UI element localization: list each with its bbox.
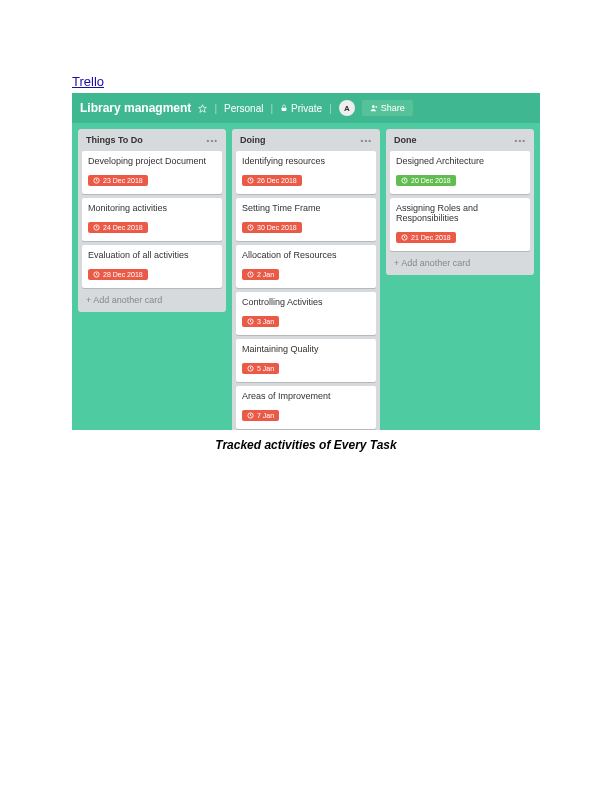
card[interactable]: Identifying resources26 Dec 2018 [236,151,376,194]
svg-rect-1 [282,108,287,111]
clock-icon [401,177,408,184]
due-date-text: 23 Dec 2018 [103,177,143,184]
due-date-text: 28 Dec 2018 [103,271,143,278]
card[interactable]: Areas of Improvement7 Jan [236,386,376,429]
due-date-badge[interactable]: 3 Jan [242,316,279,327]
due-date-badge[interactable]: 30 Dec 2018 [242,222,302,233]
due-date-badge[interactable]: 7 Jan [242,410,279,421]
star-icon[interactable] [198,104,207,113]
share-label: Share [381,103,405,113]
card[interactable]: Designed Architecture20 Dec 2018 [390,151,530,194]
person-add-icon [370,104,378,112]
due-date-badge[interactable]: 20 Dec 2018 [396,175,456,186]
due-date-badge[interactable]: 28 Dec 2018 [88,269,148,280]
separator: | [329,103,332,114]
card-title: Controlling Activities [242,297,370,307]
due-date-text: 20 Dec 2018 [411,177,451,184]
card[interactable]: Allocation of Resources2 Jan [236,245,376,288]
due-date-badge[interactable]: 21 Dec 2018 [396,232,456,243]
card-title: Identifying resources [242,156,370,166]
share-button[interactable]: Share [362,100,413,116]
clock-icon [247,412,254,419]
visibility-private[interactable]: Private [280,103,322,114]
card[interactable]: Monitoring activities24 Dec 2018 [82,198,222,241]
clock-icon [247,271,254,278]
due-date-text: 3 Jan [257,318,274,325]
card[interactable]: Setting Time Frame30 Dec 2018 [236,198,376,241]
clock-icon [247,224,254,231]
due-date-badge[interactable]: 23 Dec 2018 [88,175,148,186]
board-header: Library managment | Personal | Private |… [72,93,540,123]
card-title: Allocation of Resources [242,250,370,260]
due-date-badge[interactable]: 26 Dec 2018 [242,175,302,186]
avatar[interactable]: A [339,100,355,116]
card[interactable]: Assigning Roles and Responsibilities21 D… [390,198,530,251]
due-date-badge[interactable]: 24 Dec 2018 [88,222,148,233]
clock-icon [93,224,100,231]
separator: | [270,103,273,114]
list-menu-icon[interactable]: ••• [207,136,218,145]
card-title: Developing project Document [88,156,216,166]
visibility-personal[interactable]: Personal [224,103,263,114]
add-card-label: Add another card [93,295,162,305]
list-name[interactable]: Things To Do [86,135,143,145]
card[interactable]: Developing project Document23 Dec 2018 [82,151,222,194]
card-title: Evaluation of all activities [88,250,216,260]
trello-board: Library managment | Personal | Private |… [72,93,540,430]
list-header: Things To Do••• [82,133,222,147]
card[interactable]: Evaluation of all activities28 Dec 2018 [82,245,222,288]
due-date-badge[interactable]: 5 Jan [242,363,279,374]
clock-icon [93,271,100,278]
lists-container: Things To Do•••Developing project Docume… [72,123,540,430]
card[interactable]: Maintaining Quality5 Jan [236,339,376,382]
card-title: Maintaining Quality [242,344,370,354]
list: Done•••Designed Architecture20 Dec 2018A… [386,129,534,275]
add-card-button[interactable]: + Add another card [390,255,530,271]
card-title: Setting Time Frame [242,203,370,213]
list: Things To Do•••Developing project Docume… [78,129,226,312]
clock-icon [247,365,254,372]
due-date-text: 7 Jan [257,412,274,419]
due-date-text: 2 Jan [257,271,274,278]
list-menu-icon[interactable]: ••• [515,136,526,145]
due-date-text: 30 Dec 2018 [257,224,297,231]
add-card-label: Add another card [401,258,470,268]
trello-link[interactable]: Trello [72,74,104,89]
clock-icon [247,318,254,325]
list-menu-icon[interactable]: ••• [361,136,372,145]
card-title: Designed Architecture [396,156,524,166]
lock-icon [280,104,288,112]
svg-point-2 [372,105,375,108]
due-date-text: 5 Jan [257,365,274,372]
clock-icon [247,177,254,184]
due-date-text: 21 Dec 2018 [411,234,451,241]
due-date-text: 26 Dec 2018 [257,177,297,184]
private-label: Private [291,103,322,114]
card-title: Areas of Improvement [242,391,370,401]
separator: | [214,103,217,114]
board-name: Library managment [80,101,191,115]
list-header: Doing••• [236,133,376,147]
due-date-text: 24 Dec 2018 [103,224,143,231]
list: Doing•••Identifying resources26 Dec 2018… [232,129,380,430]
card-title: Monitoring activities [88,203,216,213]
list-name[interactable]: Done [394,135,417,145]
card[interactable]: Controlling Activities3 Jan [236,292,376,335]
clock-icon [93,177,100,184]
clock-icon [401,234,408,241]
card-title: Assigning Roles and Responsibilities [396,203,524,223]
add-card-button[interactable]: + Add another card [82,292,222,308]
list-header: Done••• [390,133,530,147]
due-date-badge[interactable]: 2 Jan [242,269,279,280]
svg-marker-0 [199,104,207,112]
figure-caption: Tracked activities of Every Task [72,438,540,452]
list-name[interactable]: Doing [240,135,266,145]
